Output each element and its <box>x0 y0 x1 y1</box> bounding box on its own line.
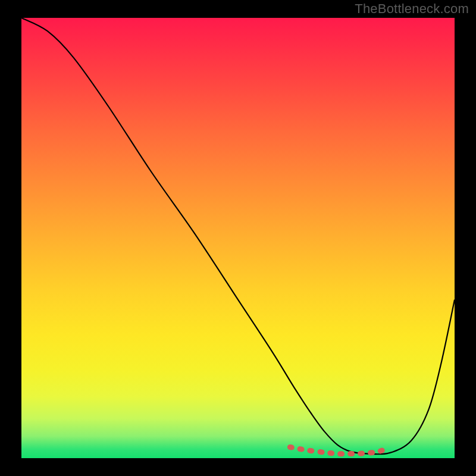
watermark-text: TheBottleneck.com <box>355 1 469 17</box>
plot-area <box>21 18 455 458</box>
chart-frame: TheBottleneck.com <box>0 0 476 476</box>
optimal-zone-marker <box>21 18 455 458</box>
